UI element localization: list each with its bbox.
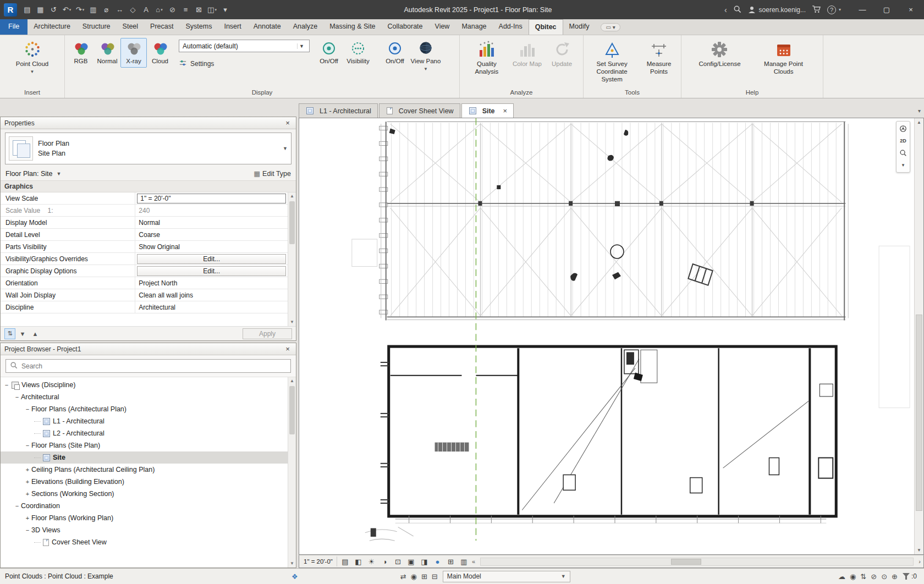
- apply-button[interactable]: Apply: [243, 328, 292, 339]
- tab-structure[interactable]: Structure: [76, 19, 117, 35]
- close-icon[interactable]: ×: [283, 119, 292, 127]
- save-icon[interactable]: ▦: [34, 3, 47, 16]
- drag-elements-toggle-icon[interactable]: ⊕: [892, 572, 898, 581]
- property-value[interactable]: Project North: [137, 279, 177, 287]
- borrowers-icon[interactable]: ◉: [411, 572, 417, 581]
- tree-item-3d-views[interactable]: −3D Views: [1, 524, 296, 536]
- worksharing-display-icon[interactable]: ▥: [460, 558, 468, 566]
- zoom-2d-wheel-button[interactable]: 2D: [897, 135, 909, 147]
- tab-modify[interactable]: Modify: [563, 19, 596, 35]
- tab-architecture[interactable]: Architecture: [28, 19, 76, 35]
- expand-icon[interactable]: +: [24, 478, 31, 485]
- view-tab-cover-sheet-view[interactable]: Cover Sheet View: [379, 103, 460, 118]
- tab-systems[interactable]: Systems: [179, 19, 218, 35]
- tree-item-site[interactable]: Site: [1, 451, 296, 464]
- pano-on-off-button[interactable]: On/Off: [381, 38, 409, 68]
- sun-path-icon[interactable]: ☀: [367, 558, 376, 566]
- editing-request-icon[interactable]: ⇅: [860, 572, 866, 581]
- temporary-view-properties-icon[interactable]: ⊞: [447, 558, 455, 566]
- cloud-button[interactable]: Cloud: [147, 38, 173, 68]
- close-button[interactable]: ×: [899, 0, 923, 19]
- ribbon-options-toggle[interactable]: ▭ ▾: [601, 23, 620, 31]
- zoom-region-button[interactable]: [897, 147, 909, 159]
- sort-ascending-icon[interactable]: ▼: [17, 328, 28, 339]
- tab-qbitec[interactable]: Qbitec: [529, 19, 563, 35]
- property-value[interactable]: Normal: [137, 219, 160, 227]
- tab-collaborate[interactable]: Collaborate: [382, 19, 429, 35]
- cart-icon[interactable]: [812, 5, 821, 15]
- point-cloud-button[interactable]: Point Cloud ▼: [13, 38, 52, 76]
- minimize-button[interactable]: —: [850, 0, 875, 19]
- open-file-icon[interactable]: ▤: [21, 3, 34, 16]
- canvas-vertical-scrollbar[interactable]: ▲ ▼: [914, 118, 923, 554]
- worksharing-monitor-icon[interactable]: ◉: [850, 572, 856, 581]
- maximize-button[interactable]: ▢: [875, 0, 899, 19]
- rgb-button[interactable]: RGB: [68, 38, 94, 68]
- text-icon[interactable]: A: [140, 3, 152, 16]
- tree-item-floor-plans-architectural-plan[interactable]: −Floor Plans (Architectural Plan): [1, 403, 296, 415]
- print-icon[interactable]: ▥: [87, 3, 100, 16]
- thin-lines-icon[interactable]: ≡: [179, 3, 192, 16]
- collapse-icon[interactable]: −: [24, 442, 31, 449]
- section-icon[interactable]: ⊘: [166, 3, 179, 16]
- tag-by-category-icon[interactable]: ◇: [127, 3, 139, 16]
- scroll-down-icon[interactable]: ▼: [288, 318, 296, 326]
- tab-manage[interactable]: Manage: [455, 19, 492, 35]
- settings-button[interactable]: Settings: [179, 59, 310, 69]
- redo-icon[interactable]: ↷▾: [74, 3, 86, 16]
- switch-windows-icon[interactable]: ◫▾: [206, 3, 218, 16]
- worksets-icon[interactable]: ⊞: [421, 572, 427, 581]
- measure-icon[interactable]: ⌀: [100, 3, 113, 16]
- drawing-canvas[interactable]: 2D ▾ ▲ ▼: [299, 118, 924, 555]
- undo-icon[interactable]: ↶▾: [61, 3, 73, 16]
- canvas-horizontal-scrollbar[interactable]: [480, 558, 914, 566]
- tree-item-l1-architectural[interactable]: L1 - Architectural: [1, 415, 296, 427]
- normal-button[interactable]: Normal: [94, 38, 120, 68]
- tree-item-l2-architectural[interactable]: L2 - Architectural: [1, 427, 296, 439]
- show-crop-region-icon[interactable]: ▣: [407, 558, 415, 566]
- measure-points-button[interactable]: Measure Points: [640, 38, 678, 78]
- crop-view-icon[interactable]: ⊡: [394, 558, 402, 566]
- properties-scrollbar[interactable]: ▲ ▼: [288, 192, 296, 326]
- selection-filter[interactable]: :0: [903, 572, 917, 580]
- expand-icon[interactable]: +: [24, 515, 31, 521]
- property-value[interactable]: Show Original: [137, 243, 180, 251]
- collapse-icon[interactable]: −: [3, 382, 10, 388]
- browser-scrollbar[interactable]: ▲ ▼: [288, 377, 296, 568]
- chevron-down-icon[interactable]: ▼: [56, 171, 61, 177]
- view-tab-site[interactable]: Site×: [461, 103, 514, 118]
- tree-item-coordination[interactable]: −Coordination: [1, 500, 296, 512]
- select-links-toggle-icon[interactable]: ⊘: [871, 572, 877, 581]
- section-header-graphics[interactable]: Graphics: [1, 180, 296, 192]
- scroll-down-icon[interactable]: ▼: [915, 546, 923, 554]
- reveal-hidden-elements-icon[interactable]: ●: [433, 558, 442, 566]
- tab-massing-site[interactable]: Massing & Site: [323, 19, 381, 35]
- display-on-off-button[interactable]: On/Off: [315, 38, 343, 68]
- view-tab-l1-architectural[interactable]: L1 - Architectural: [299, 103, 378, 118]
- close-hidden-windows-icon[interactable]: ⊠: [193, 3, 205, 16]
- help-menu[interactable]: ? ▾: [827, 5, 841, 14]
- edit-type-button[interactable]: ▦ Edit Type: [254, 169, 291, 178]
- tree-item-views-discipline[interactable]: −Views (Discipline): [1, 379, 296, 391]
- collapse-search-icon[interactable]: ‹: [724, 5, 727, 14]
- property-value[interactable]: Architectural: [137, 304, 175, 311]
- tab-add-ins[interactable]: Add-Ins: [493, 19, 529, 35]
- scrollbar-thumb[interactable]: [289, 201, 295, 244]
- tab-file[interactable]: File: [0, 19, 28, 35]
- xray-button[interactable]: X-ray: [120, 38, 147, 68]
- active-workset-icon[interactable]: ⊟: [432, 572, 438, 581]
- close-icon[interactable]: ×: [283, 345, 292, 353]
- sort-by-group-icon[interactable]: ⇅: [4, 328, 15, 339]
- select-pinned-toggle-icon[interactable]: ⊙: [881, 572, 887, 581]
- tree-item-floor-plans-working-plan[interactable]: +Floor Plans (Working Plan): [1, 512, 296, 524]
- account-menu[interactable]: soeren.koenig...: [747, 5, 806, 14]
- scroll-down-icon[interactable]: ▼: [288, 560, 296, 568]
- property-edit-button[interactable]: Edit...: [137, 254, 286, 264]
- revit-logo[interactable]: R: [4, 3, 17, 16]
- scroll-right-icon[interactable]: ›: [919, 558, 921, 565]
- search-icon[interactable]: [733, 5, 741, 15]
- scroll-up-icon[interactable]: ▲: [915, 118, 923, 126]
- set-survey-coordinate-button[interactable]: Set Survey Coordinate System: [586, 38, 637, 85]
- cloud-status-icon[interactable]: ☁: [838, 572, 845, 581]
- floor-plan-drawing[interactable]: [299, 118, 914, 554]
